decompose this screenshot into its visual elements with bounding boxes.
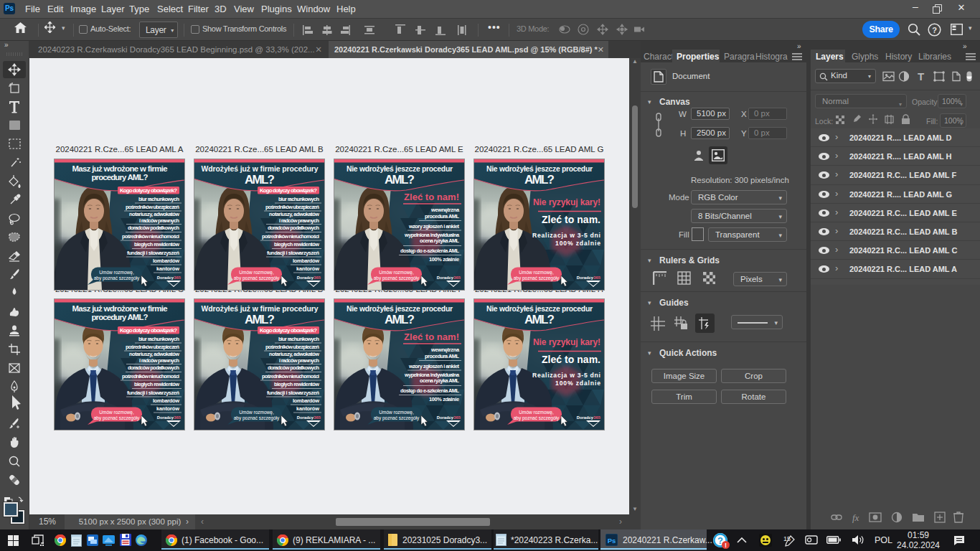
svg-text:!: ! [725, 542, 727, 549]
svg-text:?: ? [932, 26, 937, 34]
svg-text:fx: fx [852, 512, 859, 523]
svg-text:T: T [918, 70, 924, 83]
